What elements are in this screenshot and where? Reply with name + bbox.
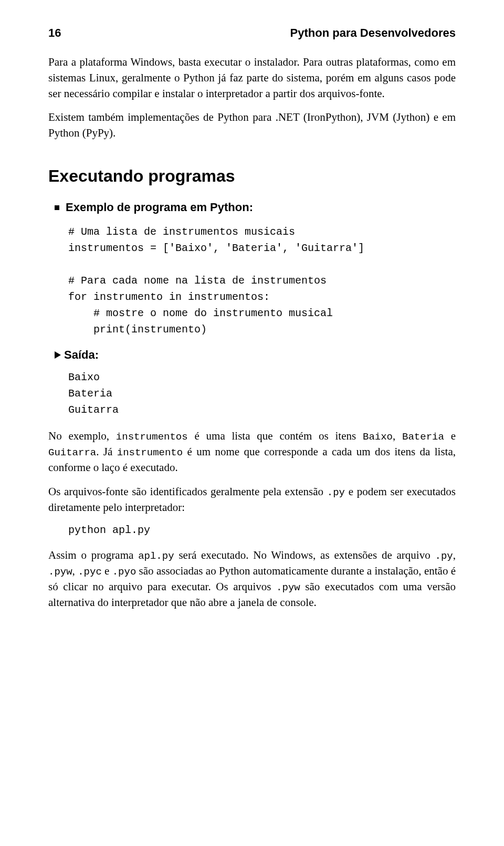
inline-code: apl.py <box>138 550 174 562</box>
inline-code: .py <box>327 487 345 498</box>
text: , <box>453 549 456 561</box>
example-bullet: Exemplo de programa em Python: <box>48 201 456 214</box>
text: é uma lista que contém os itens <box>188 430 363 442</box>
inline-code: .pyw <box>48 566 72 578</box>
paragraph-explain-1: No exemplo, instrumentos é uma lista que… <box>48 429 456 476</box>
text: , <box>72 565 78 577</box>
example-label: Exemplo de programa em Python: <box>66 201 253 214</box>
inline-code: Baixo <box>363 431 393 443</box>
command-block: python apl.py <box>48 524 456 536</box>
inline-code: Guitarra <box>48 447 96 458</box>
inline-code: instrumentos <box>116 431 188 443</box>
text: e <box>102 565 112 577</box>
output-label: Saída: <box>64 348 99 362</box>
code-example: # Uma lista de instrumentos musicais ins… <box>48 224 456 338</box>
text: , <box>393 430 402 442</box>
paragraph-explain-2: Os arquivos-fonte são identificados gera… <box>48 484 456 516</box>
text: e <box>444 430 456 442</box>
section-heading: Executando programas <box>48 166 456 186</box>
paragraph-intro-2: Existem também implementações de Python … <box>48 110 456 141</box>
inline-code: Bateria <box>402 431 444 443</box>
output-bullet: Saída: <box>48 348 456 362</box>
bullet-square-icon <box>55 205 59 210</box>
inline-code: .pyw <box>276 582 300 593</box>
inline-code: .py <box>435 550 453 562</box>
text: Os arquivos-fonte são identificados gera… <box>48 485 327 498</box>
text: No exemplo, <box>48 430 116 442</box>
text: . Já <box>96 445 117 458</box>
paragraph-intro-1: Para a plataforma Windows, basta executa… <box>48 55 456 101</box>
inline-code: .pyo <box>112 566 136 578</box>
inline-code: .pyc <box>78 566 102 578</box>
triangle-icon <box>55 351 61 359</box>
book-title: Python para Desenvolvedores <box>290 26 456 40</box>
page-header: 16 Python para Desenvolvedores <box>48 26 456 40</box>
paragraph-explain-3: Assim o programa apl.py será executado. … <box>48 548 456 611</box>
page-number: 16 <box>48 26 61 40</box>
inline-code: instrumento <box>117 447 183 458</box>
text: será executado. No Windows, as extensões… <box>174 549 435 561</box>
output-block: Baixo Bateria Guitarra <box>48 369 456 418</box>
text: Assim o programa <box>48 549 138 561</box>
